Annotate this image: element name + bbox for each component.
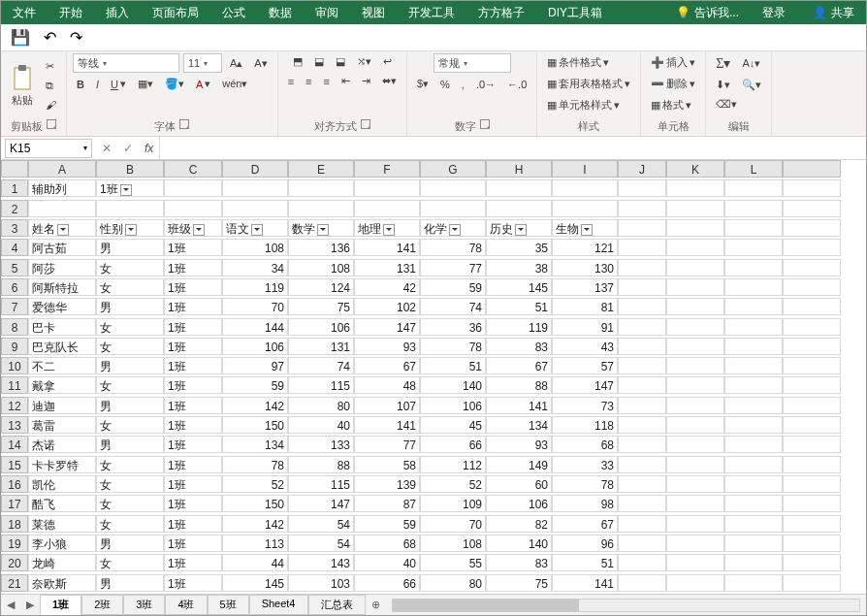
cell[interactable]: 106: [222, 338, 288, 355]
tab-insert[interactable]: 插入: [94, 1, 141, 24]
cell[interactable]: 82: [486, 515, 552, 533]
cell[interactable]: 59: [354, 515, 420, 533]
cell[interactable]: 93: [354, 338, 420, 355]
cell[interactable]: [618, 475, 666, 493]
column-header[interactable]: H: [486, 160, 552, 178]
cell[interactable]: 1班: [164, 278, 222, 296]
format-as-table-button[interactable]: ▦ 套用表格格式▾: [543, 75, 634, 93]
cell[interactable]: [666, 554, 724, 571]
cell[interactable]: [783, 554, 841, 571]
cell[interactable]: 35: [486, 239, 552, 256]
sheet-tab[interactable]: 3班: [123, 595, 165, 615]
cell[interactable]: 1班: [164, 554, 222, 571]
cell[interactable]: [783, 495, 841, 512]
cell[interactable]: [618, 200, 666, 217]
cell[interactable]: 班级: [164, 219, 222, 237]
cell[interactable]: 57: [552, 357, 618, 374]
cell[interactable]: 140: [420, 376, 486, 394]
row-header[interactable]: 12: [1, 397, 28, 414]
filter-dropdown-icon[interactable]: [515, 224, 527, 236]
decrease-decimal-icon[interactable]: ←.0: [503, 77, 530, 92]
cell[interactable]: 卡卡罗特: [28, 456, 96, 473]
dialog-launcher-icon[interactable]: [179, 119, 189, 129]
cell-grid[interactable]: ABCDEFGHIJKL1辅助列1班23姓名性别班级语文数学地理化学历史生物4阿…: [1, 160, 841, 594]
cell[interactable]: 阿斯特拉: [28, 278, 96, 296]
clear-button[interactable]: ⌫▾: [712, 96, 741, 113]
conditional-format-button[interactable]: ▦ 条件格式▾: [543, 53, 613, 72]
cell[interactable]: [618, 357, 666, 374]
paste-button[interactable]: 粘贴: [7, 62, 38, 110]
cell[interactable]: [666, 515, 724, 533]
cell[interactable]: [783, 376, 841, 394]
cell[interactable]: 男: [96, 357, 164, 374]
cell[interactable]: 阿莎: [28, 259, 96, 276]
sheet-tab[interactable]: 2班: [81, 595, 123, 615]
cell[interactable]: 1班: [96, 179, 164, 197]
merge-button[interactable]: ⬌▾: [378, 73, 401, 89]
cell[interactable]: [666, 397, 724, 414]
cell[interactable]: [354, 200, 420, 217]
cell[interactable]: 137: [552, 278, 618, 296]
cell[interactable]: 55: [420, 554, 486, 571]
cell[interactable]: [783, 239, 841, 256]
dialog-launcher-icon[interactable]: [480, 119, 490, 129]
cell[interactable]: [618, 259, 666, 276]
cell[interactable]: [724, 416, 783, 434]
column-header[interactable]: I: [552, 160, 618, 178]
cell[interactable]: 142: [222, 515, 288, 533]
sort-filter-button[interactable]: A↓▾: [738, 55, 764, 72]
cell[interactable]: [618, 376, 666, 394]
cell[interactable]: [724, 179, 783, 197]
row-header[interactable]: 16: [1, 475, 28, 493]
filter-dropdown-icon[interactable]: [317, 224, 329, 236]
cell[interactable]: 女: [96, 338, 164, 355]
cell[interactable]: [724, 535, 783, 552]
cell[interactable]: 131: [354, 259, 420, 276]
redo-icon[interactable]: ↷: [66, 26, 86, 49]
cell[interactable]: 1班: [164, 456, 222, 473]
cell[interactable]: 96: [552, 535, 618, 552]
tab-developer[interactable]: 开发工具: [397, 1, 466, 24]
cell[interactable]: 男: [96, 298, 164, 315]
cell[interactable]: [724, 259, 783, 276]
copy-icon[interactable]: ⧉: [42, 78, 60, 94]
cell[interactable]: 112: [420, 456, 486, 473]
cell[interactable]: 51: [420, 357, 486, 374]
fill-color-button[interactable]: 🪣▾: [161, 76, 188, 92]
select-all-corner[interactable]: [1, 160, 28, 178]
cell[interactable]: 54: [288, 515, 354, 533]
cell[interactable]: 115: [288, 376, 354, 394]
cell[interactable]: [618, 456, 666, 473]
cell[interactable]: 145: [222, 574, 288, 592]
column-header[interactable]: F: [354, 160, 420, 178]
cell[interactable]: [783, 574, 841, 592]
new-sheet-icon[interactable]: ⊕: [366, 599, 386, 611]
cell[interactable]: [222, 200, 288, 217]
bold-button[interactable]: B: [73, 77, 88, 92]
cell[interactable]: [783, 515, 841, 533]
cell[interactable]: 124: [288, 278, 354, 296]
cell[interactable]: [618, 554, 666, 571]
cell[interactable]: [666, 456, 724, 473]
cell[interactable]: [618, 318, 666, 336]
sheet-tab[interactable]: 1班: [40, 595, 81, 615]
column-header[interactable]: A: [28, 160, 96, 178]
cell[interactable]: [618, 436, 666, 453]
tab-fanggezi[interactable]: 方方格子: [466, 1, 536, 24]
column-header[interactable]: L: [724, 160, 783, 178]
column-header[interactable]: [783, 160, 841, 178]
cell[interactable]: 女: [96, 259, 164, 276]
cell[interactable]: 52: [420, 475, 486, 493]
cell[interactable]: 108: [222, 239, 288, 256]
cell[interactable]: [164, 200, 222, 217]
cell[interactable]: 147: [552, 376, 618, 394]
cell[interactable]: 52: [222, 475, 288, 493]
cell[interactable]: [666, 376, 724, 394]
cell[interactable]: 男: [96, 436, 164, 453]
row-header[interactable]: 8: [1, 318, 28, 336]
cell[interactable]: 女: [96, 318, 164, 336]
decrease-font-icon[interactable]: A▾: [250, 55, 271, 72]
cell[interactable]: 女: [96, 456, 164, 473]
cell[interactable]: [420, 200, 486, 217]
cell[interactable]: 1班: [164, 416, 222, 434]
